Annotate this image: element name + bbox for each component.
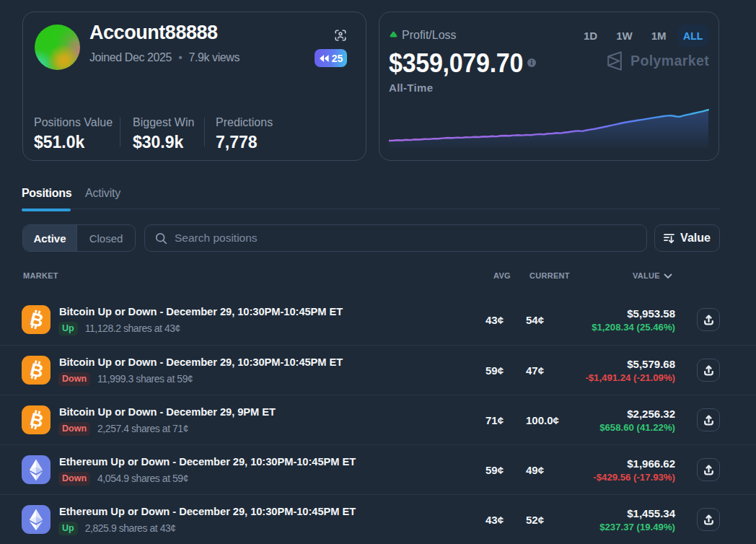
svg-text:B: B xyxy=(28,408,45,431)
svg-text:B: B xyxy=(28,359,45,382)
svg-text:B: B xyxy=(28,308,45,331)
